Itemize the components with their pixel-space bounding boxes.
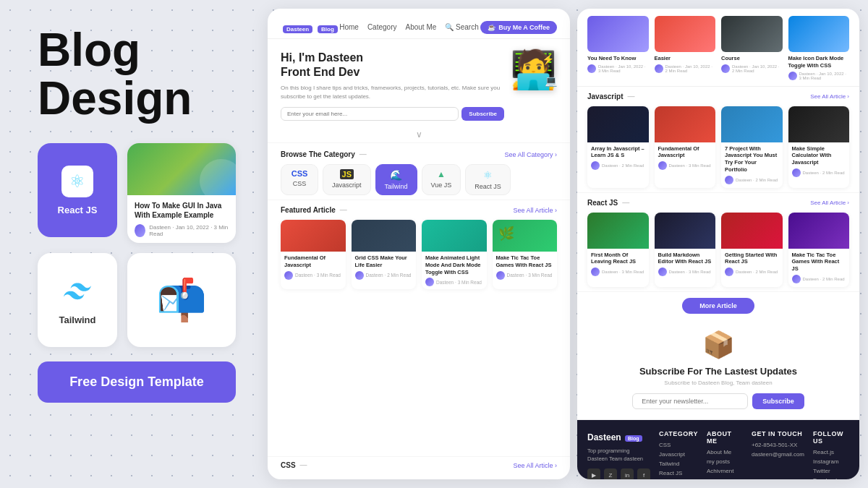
footer-phone[interactable]: +62-8543-501-XX [752, 442, 804, 448]
author-avatar-2 [355, 271, 364, 280]
footer-cat-css[interactable]: CSS [659, 442, 698, 448]
hero-email-input[interactable] [281, 107, 459, 121]
footer-follow-instagram[interactable]: Instagram [813, 458, 849, 465]
hero-subscribe-button[interactable]: Subscribe [461, 107, 504, 121]
footer-email[interactable]: dasteen@gmail.com [752, 451, 804, 458]
react-card-meta-4: Dasteen · 2 Min Read [792, 275, 846, 283]
top-article-1[interactable]: You Need To Know Dasteen · Jan 10, 2022 … [587, 16, 649, 80]
featured-article-3[interactable]: Make Animated Light Mode And Dark Mode T… [422, 220, 487, 289]
css-icon: CSS [292, 169, 308, 178]
js-card-3[interactable]: 7 Project With Javascript You Must Try F… [721, 106, 783, 188]
footer-follow-facebook[interactable]: Facebook [813, 477, 849, 479]
article-meta-text-4: Dasteen · 3 Min Read [507, 273, 553, 278]
footer-cat-tailwind[interactable]: Tailwind [659, 461, 698, 467]
nav-about[interactable]: About Me [405, 23, 436, 31]
footer-about-me[interactable]: About Me [707, 449, 743, 455]
social-icon-1[interactable]: ▶ [587, 468, 600, 479]
blog-navbar: Dasteen Blog Home Category About Me 🔍 Se… [268, 9, 570, 39]
see-all-react[interactable]: See All Article › [810, 200, 849, 206]
hero-description: On this blog I share tips and tricks, fr… [281, 84, 504, 101]
react-card-title-3: Getting Started With React JS [725, 252, 779, 266]
featured-article-1[interactable]: Fundamental Of Javascript Dasteen · 3 Mi… [281, 220, 346, 289]
react-card-4[interactable]: Make Tic Tac Toe Games With React JS Das… [788, 213, 850, 287]
social-icon-3[interactable]: in [621, 468, 634, 479]
tailwind-card[interactable]: Tailwind [38, 253, 117, 347]
react-card-body-4: Make Tic Tac Toe Games With React JS Das… [788, 249, 850, 287]
cat-vuejs[interactable]: ▲ Vue JS [422, 164, 461, 195]
js-card-img-2 [655, 106, 716, 142]
see-all-css[interactable]: See All Article › [513, 462, 557, 469]
css-title: CSS [281, 461, 307, 469]
js-card-meta-4: Dasteen · 2 Min Read [792, 168, 846, 177]
footer-achievement[interactable]: Achivment [707, 468, 743, 474]
more-articles-button[interactable]: More Article [682, 298, 754, 314]
featured-article-2[interactable]: Grid CSS Make Your Life Easier Dasteen ·… [352, 220, 417, 289]
cat-tailwind[interactable]: 🌊 Tailwind [375, 164, 417, 195]
subscribe-button[interactable]: Subscribe [752, 393, 804, 409]
footer-cat-js[interactable]: Javascript [659, 451, 698, 458]
footer-cat-react[interactable]: React JS [659, 470, 698, 476]
blog-preview-card[interactable]: How To Make GUI In Java With Example Exa… [127, 143, 236, 243]
nav-home[interactable]: Home [339, 23, 359, 31]
free-template-button[interactable]: Free Design Template [38, 361, 236, 403]
footer-col-contact: GET IN TOUCH +62-8543-501-XX dasteen@gma… [752, 430, 804, 479]
js-card-1[interactable]: Array In Javascript – Learn JS & S Daste… [587, 106, 649, 188]
footer-follow-title: FOLLOW US [813, 430, 849, 445]
react-card-2[interactable]: Build Markdown Editor With React JS Dast… [655, 213, 716, 287]
category-pills: CSS CSS JS Javascript 🌊 Tailwind ▲ Vue J… [281, 164, 557, 195]
article-thumb-4 [493, 220, 558, 252]
js-card-meta-2: Dasteen · 3 Min Read [658, 161, 712, 170]
js-card-2[interactable]: Fundamental Of Javascript Dasteen · 3 Mi… [655, 106, 716, 188]
article-body-3: Make Animated Light Mode And Dark Mode T… [422, 252, 487, 289]
js-card-body-3: 7 Project With Javascript You Must Try F… [721, 142, 783, 188]
react-section-title: React JS [587, 199, 629, 207]
react-card-title-2: Build Markdown Editor With React JS [658, 252, 712, 266]
blog-logo: Dasteen Blog [281, 22, 338, 33]
js-card-img-1 [587, 106, 649, 142]
article-meta-text-3: Dasteen · 3 Min Read [436, 280, 482, 285]
cat-css[interactable]: CSS CSS [281, 164, 318, 195]
footer: Dasteen Blog Top programming Dasteen Tea… [577, 420, 859, 479]
nav-category[interactable]: Category [367, 23, 397, 31]
js-card-4[interactable]: Make Simple Calculator With Javascript D… [788, 106, 850, 188]
js-ava-1 [591, 161, 600, 170]
cat-reactjs[interactable]: ⚛ React JS [465, 164, 511, 195]
cat-javascript[interactable]: JS Javascript [323, 164, 371, 195]
hero-form: Subscribe [281, 107, 504, 121]
subscribe-title: Subscribe For The Lastest Updates [587, 366, 849, 377]
footer-follow-react[interactable]: React.js [813, 449, 849, 455]
top-article-3[interactable]: Course Dasteen · Jan 10, 2022 · 2 Min Re… [721, 16, 783, 80]
js-card-title-3: 7 Project With Javascript You Must Try F… [725, 145, 779, 174]
js-card-body-4: Make Simple Calculator With Javascript D… [788, 142, 850, 181]
featured-article-4[interactable]: Make Tic Tac Toe Games With React JS Das… [493, 220, 558, 289]
buy-coffee-button[interactable]: ☕ Buy Me A Coffee [480, 21, 557, 34]
react-card[interactable]: ⚛ React JS [38, 143, 117, 237]
right-panel: You Need To Know Dasteen · Jan 10, 2022 … [577, 9, 859, 479]
see-all-categories[interactable]: See All Category › [504, 151, 557, 158]
featured-article-grid: Fundamental Of Javascript Dasteen · 3 Mi… [281, 220, 557, 289]
css-section: CSS See All Article › [268, 456, 570, 479]
subscribe-email-input[interactable] [632, 393, 748, 409]
subscribe-subtitle: Subscribe to Dasteen Blog, Team dasteen [587, 380, 849, 386]
top-meta-text-1: Dasteen · Jan 10, 2022 · 3 Min Read [598, 64, 649, 73]
see-all-featured[interactable]: See All Article › [513, 207, 557, 214]
footer-my-posts[interactable]: my posts [707, 458, 743, 465]
react-ava-2 [658, 267, 667, 276]
social-icon-4[interactable]: f [637, 468, 650, 479]
top-article-4[interactable]: Make Icon Dark Mode Toggle With CSS Dast… [788, 16, 850, 80]
react-card-title-1: First Month Of Leaving React JS [591, 252, 645, 266]
react-card-3[interactable]: Getting Started With React JS Dasteen · … [721, 213, 783, 287]
javascript-section: Javascript See All Article › Array In Ja… [577, 87, 859, 193]
search-icon[interactable]: 🔍 Search [445, 23, 478, 31]
see-all-js[interactable]: See All Article › [810, 93, 849, 100]
top-article-2[interactable]: Easier Dasteen · Jan 10, 2022 · 2 Min Re… [655, 16, 716, 80]
react-card-img-4 [788, 213, 850, 249]
article-body-1: Fundamental Of Javascript Dasteen · 3 Mi… [281, 252, 346, 283]
social-icon-2[interactable]: Z [604, 468, 617, 479]
article-meta-text-1: Dasteen · 3 Min Read [295, 273, 341, 278]
featured-title: Featured Article [281, 206, 347, 214]
react-card-1[interactable]: First Month Of Leaving React JS Dasteen … [587, 213, 649, 287]
article-meta-1: Dasteen · 3 Min Read [284, 271, 342, 280]
author-avatar [135, 224, 145, 237]
footer-follow-twitter[interactable]: Twitter [813, 468, 849, 474]
